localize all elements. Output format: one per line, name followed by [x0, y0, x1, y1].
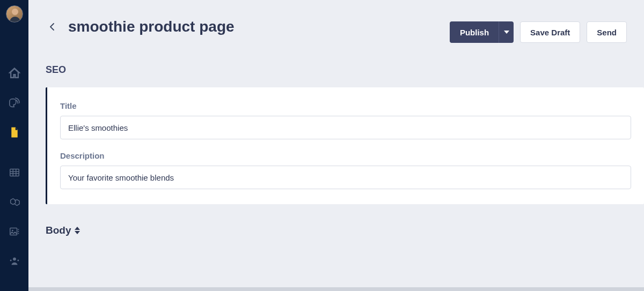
- avatar[interactable]: [6, 5, 23, 23]
- publish-dropdown-toggle[interactable]: [499, 21, 514, 43]
- send-button[interactable]: Send: [587, 21, 627, 43]
- svg-rect-8: [18, 231, 19, 232]
- seo-title-field: Title: [47, 101, 644, 151]
- nav-media[interactable]: [0, 221, 28, 242]
- chevron-down-icon: [75, 231, 80, 234]
- svg-point-11: [10, 260, 11, 262]
- body-section-heading: Body: [46, 225, 71, 236]
- svg-point-6: [11, 230, 13, 232]
- seo-title-label: Title: [60, 101, 631, 110]
- header: smoothie product page Publish Save Draft…: [28, 0, 644, 41]
- svg-point-12: [17, 260, 19, 262]
- save-draft-button[interactable]: Save Draft: [520, 21, 580, 43]
- nav-users[interactable]: [0, 250, 28, 272]
- chevron-left-icon: [50, 23, 54, 31]
- media-icon: [9, 226, 20, 237]
- horizontal-scrollbar[interactable]: [28, 287, 644, 291]
- seo-card: Title Description: [46, 87, 644, 204]
- users-icon: [9, 255, 20, 267]
- back-button[interactable]: [46, 20, 58, 33]
- nav-modules[interactable]: [0, 191, 28, 213]
- nav-page[interactable]: [0, 122, 28, 143]
- seo-description-label: Description: [60, 151, 631, 160]
- body-reorder-handle[interactable]: [75, 227, 80, 234]
- nav-home[interactable]: [0, 63, 28, 84]
- nav-blog[interactable]: [0, 92, 28, 114]
- body-section-header: Body: [28, 204, 644, 236]
- publish-button-group: Publish: [450, 21, 514, 43]
- nav-table[interactable]: [0, 162, 28, 183]
- chevron-up-icon: [75, 227, 80, 230]
- page-title: smoothie product page: [68, 18, 450, 35]
- seo-title-input[interactable]: [60, 116, 631, 139]
- svg-rect-0: [10, 169, 19, 176]
- table-icon: [9, 167, 20, 178]
- seo-description-field: Description: [47, 151, 644, 189]
- header-actions: Publish Save Draft Send: [450, 21, 627, 43]
- svg-rect-9: [18, 233, 19, 234]
- seo-description-input[interactable]: [60, 166, 631, 189]
- caret-down-icon: [504, 31, 509, 34]
- modules-icon: [9, 196, 20, 208]
- main: smoothie product page Publish Save Draft…: [28, 0, 644, 291]
- publish-button[interactable]: Publish: [450, 21, 499, 43]
- page-icon: [9, 126, 20, 138]
- blog-icon: [9, 97, 20, 109]
- seo-section-heading: SEO: [28, 41, 644, 87]
- svg-rect-7: [18, 229, 19, 230]
- svg-point-10: [13, 257, 16, 260]
- home-icon: [9, 68, 20, 79]
- sidebar: [0, 0, 28, 291]
